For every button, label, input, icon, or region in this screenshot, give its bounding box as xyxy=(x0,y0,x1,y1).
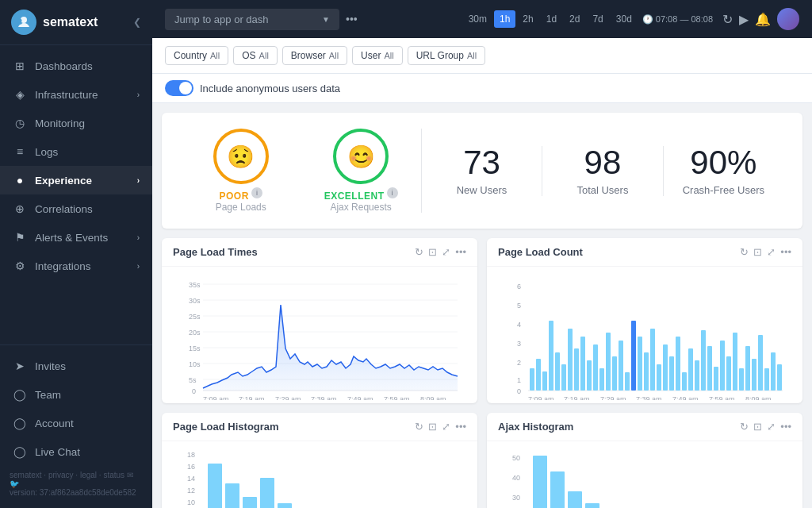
svg-rect-112 xyxy=(568,491,582,508)
sidebar-item-correlations[interactable]: ⊕ Correlations xyxy=(0,194,152,223)
ajax-score-label: EXCELLENT xyxy=(324,190,385,202)
page-load-histogram-chart: 18 16 14 12 10 8 6 4 xyxy=(168,448,462,508)
more-chart-icon[interactable]: ••• xyxy=(455,246,466,258)
time-7d-button[interactable]: 7d xyxy=(587,10,608,28)
time-controls: 30m 1h 2h 1d 2d 7d 30d xyxy=(463,10,638,28)
anon-toggle-bar: Include anonymous users data xyxy=(152,74,812,103)
filter-url-group[interactable]: URL Group All xyxy=(408,46,485,65)
svg-text:5s: 5s xyxy=(189,376,197,384)
svg-text:7:09 am: 7:09 am xyxy=(528,395,554,400)
sidebar-item-infrastructure[interactable]: ◈ Infrastructure › xyxy=(0,80,152,109)
collapse-button[interactable]: ❮ xyxy=(133,17,141,28)
ajax-histogram-chart: 50 40 30 20 10 xyxy=(493,448,787,508)
page-loads-info-icon[interactable]: i xyxy=(251,187,262,198)
time-2h-button[interactable]: 2h xyxy=(517,10,538,28)
svg-rect-59 xyxy=(688,348,693,391)
sidebar-item-live-chat[interactable]: ◯ Live Chat xyxy=(0,437,152,466)
sidebar-item-dashboards[interactable]: ⊞ Dashboards xyxy=(0,52,152,80)
page-load-histogram-title: Page Load Histogram xyxy=(173,421,415,433)
svg-rect-42 xyxy=(580,337,585,391)
sidebar-header: sematext ❮ xyxy=(0,0,152,45)
page-load-histogram-body: 18 16 14 12 10 8 6 4 xyxy=(162,441,477,508)
svg-text:4: 4 xyxy=(517,321,521,329)
more-hist-icon[interactable]: ••• xyxy=(455,421,466,433)
svg-text:7:59 am: 7:59 am xyxy=(709,395,735,400)
svg-rect-47 xyxy=(612,356,617,391)
filter-country[interactable]: Country All xyxy=(165,46,228,65)
svg-text:8:09 am: 8:09 am xyxy=(420,395,446,400)
refresh-chart-icon[interactable]: ↻ xyxy=(415,246,423,258)
chart-count-actions: ↻ ⊡ ⤢ ••• xyxy=(740,246,791,258)
svg-text:3: 3 xyxy=(517,340,521,348)
sidebar-item-logs[interactable]: ≡ Logs xyxy=(0,137,152,166)
svg-rect-43 xyxy=(587,360,592,391)
sidebar-item-invites[interactable]: ➤ Invites xyxy=(0,352,152,380)
time-30d-button[interactable]: 30d xyxy=(611,10,638,28)
ajax-circle: 😊 xyxy=(333,129,389,184)
expand-count-icon[interactable]: ⤢ xyxy=(767,246,776,258)
time-1h-button[interactable]: 1h xyxy=(494,10,515,28)
sidebar-item-alerts[interactable]: ⚑ Alerts & Events › xyxy=(0,223,152,252)
charts-grid: Page Load Times ↻ ⊡ ⤢ ••• 35s 30s 25s 20 xyxy=(152,229,812,508)
filter-os[interactable]: OS All xyxy=(233,46,278,65)
refresh-hist-icon[interactable]: ↻ xyxy=(415,421,423,433)
app-selector[interactable]: Jump to app or dash ▼ xyxy=(165,9,339,30)
chart-hist-actions: ↻ ⊡ ⤢ ••• xyxy=(415,421,466,433)
ajax-histogram-body: 50 40 30 20 10 xyxy=(487,441,802,508)
sidebar-item-integrations[interactable]: ⚙ Integrations › xyxy=(0,252,152,280)
play-icon[interactable]: ▶ xyxy=(739,12,749,27)
more-count-icon[interactable]: ••• xyxy=(780,246,791,258)
page-load-times-body: 35s 30s 25s 20s 15s 10s 5s 0 xyxy=(162,267,477,403)
refresh-ajax-icon[interactable]: ↻ xyxy=(740,421,749,433)
svg-rect-45 xyxy=(599,368,604,391)
expand-hist-icon[interactable]: ⤢ xyxy=(442,421,450,433)
svg-rect-37 xyxy=(549,321,553,391)
svg-rect-52 xyxy=(644,352,649,391)
snapshot-icon[interactable]: ⊡ xyxy=(428,246,437,258)
sidebar-item-monitoring[interactable]: ◷ Monitoring xyxy=(0,109,152,137)
user-avatar[interactable] xyxy=(777,8,799,30)
anon-toggle[interactable] xyxy=(165,80,193,96)
more-options-button[interactable]: ••• xyxy=(346,13,358,25)
filter-user[interactable]: User All xyxy=(352,46,403,65)
refresh-icon[interactable]: ↻ xyxy=(722,12,733,27)
page-load-times-header: Page Load Times ↻ ⊡ ⤢ ••• xyxy=(162,238,477,267)
svg-rect-55 xyxy=(663,344,668,391)
svg-rect-70 xyxy=(758,335,763,391)
page-loads-score-info: POOR i xyxy=(220,184,262,202)
dropdown-arrow-icon: ▼ xyxy=(322,15,330,24)
svg-rect-67 xyxy=(739,368,744,391)
chevron-right-icon: › xyxy=(137,90,140,99)
snapshot-ajax-icon[interactable]: ⊡ xyxy=(753,421,762,433)
expand-ajax-icon[interactable]: ⤢ xyxy=(767,421,776,433)
svg-rect-72 xyxy=(771,352,776,391)
time-30m-button[interactable]: 30m xyxy=(463,10,492,28)
svg-rect-63 xyxy=(714,367,718,391)
crash-free-stat: 90% Crash-Free Users xyxy=(664,146,783,196)
svg-text:7:29 am: 7:29 am xyxy=(275,395,301,400)
refresh-count-icon[interactable]: ↻ xyxy=(740,246,749,258)
svg-rect-68 xyxy=(745,346,750,391)
sidebar-item-account[interactable]: ◯ Account xyxy=(0,409,152,437)
app-selector-text: Jump to app or dash xyxy=(174,13,269,25)
filter-browser[interactable]: Browser All xyxy=(282,46,347,65)
svg-rect-53 xyxy=(650,329,655,391)
svg-text:7:49 am: 7:49 am xyxy=(672,395,699,400)
svg-text:18: 18 xyxy=(187,451,195,459)
svg-rect-92 xyxy=(243,497,257,508)
expand-icon[interactable]: ⤢ xyxy=(442,246,450,258)
time-1d-button[interactable]: 1d xyxy=(541,10,562,28)
ajax-info-icon[interactable]: i xyxy=(387,187,398,198)
sidebar-item-team[interactable]: ◯ Team xyxy=(0,380,152,409)
snapshot-hist-icon[interactable]: ⊡ xyxy=(428,421,437,433)
svg-rect-39 xyxy=(561,364,566,391)
time-2d-button[interactable]: 2d xyxy=(564,10,585,28)
more-ajax-icon[interactable]: ••• xyxy=(780,421,791,433)
anon-toggle-label: Include anonymous users data xyxy=(200,83,340,94)
notifications-icon[interactable]: 🔔 xyxy=(755,12,771,27)
svg-rect-91 xyxy=(225,483,239,508)
snapshot-count-icon[interactable]: ⊡ xyxy=(753,246,762,258)
clock-icon: 🕐 xyxy=(642,14,653,25)
content-area: Country All OS All Browser All User All … xyxy=(152,38,812,508)
sidebar-item-experience[interactable]: ● Experience › xyxy=(0,166,152,194)
